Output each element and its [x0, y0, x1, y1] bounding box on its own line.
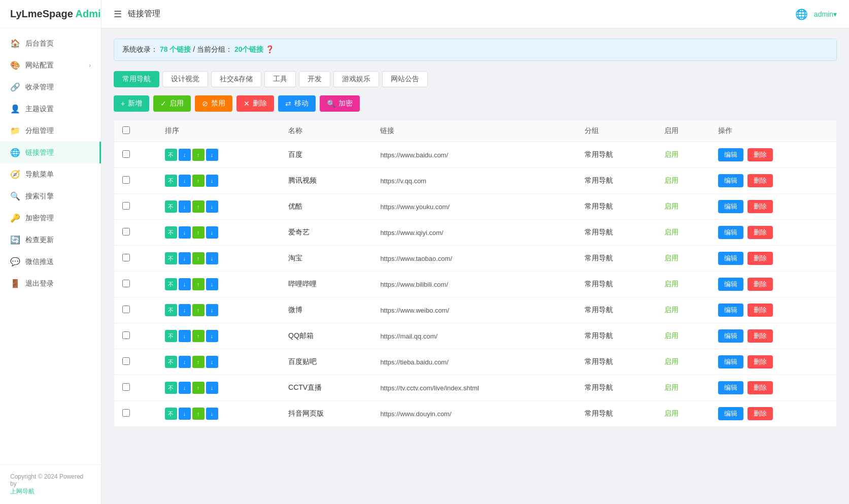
row-checkbox-8[interactable] — [122, 357, 130, 365]
help-icon[interactable]: ❓ — [265, 45, 274, 53]
tab-announce[interactable]: 网站公告 — [382, 71, 428, 87]
sort-down-3[interactable]: ↓ — [179, 226, 191, 239]
tab-tools[interactable]: 工具 — [264, 71, 296, 87]
action-disable[interactable]: ⊘禁用 — [195, 95, 232, 112]
row-checkbox-3[interactable] — [122, 228, 130, 236]
sort-down-0[interactable]: ↓ — [179, 149, 191, 161]
edit-button-9[interactable]: 编辑 — [718, 381, 743, 394]
sidebar-item-group[interactable]: 📁 分组管理 — [0, 120, 101, 142]
sidebar-item-home[interactable]: 🏠 后台首页 — [0, 32, 101, 54]
edit-button-3[interactable]: 编辑 — [718, 226, 743, 239]
sort-up-6[interactable]: ↑ — [192, 304, 205, 316]
row-checkbox-6[interactable] — [122, 306, 130, 313]
action-encrypt[interactable]: 🔍加密 — [320, 95, 360, 112]
row-checkbox-9[interactable] — [122, 383, 130, 391]
delete-button-0[interactable]: 删除 — [748, 148, 773, 161]
sort-down-7[interactable]: ↓ — [179, 330, 191, 342]
sidebar-item-update[interactable]: 🔄 检查更新 — [0, 229, 101, 251]
row-checkbox-0[interactable] — [122, 150, 130, 158]
action-move[interactable]: ⇄移动 — [278, 95, 316, 112]
sidebar-item-wechat[interactable]: 💬 微信推送 — [0, 251, 101, 273]
row-checkbox-7[interactable] — [122, 331, 130, 339]
sort-top-5[interactable]: 不 — [165, 278, 177, 290]
delete-button-1[interactable]: 删除 — [748, 174, 773, 187]
sidebar-item-logout[interactable]: 🚪 退出登录 — [0, 273, 101, 294]
sort-up-5[interactable]: ↑ — [192, 278, 205, 290]
globe-icon[interactable]: 🌐 — [795, 8, 808, 20]
tab-dev[interactable]: 开发 — [299, 71, 330, 87]
sort-down-9[interactable]: ↓ — [179, 382, 191, 394]
sort-bottom-8[interactable]: ↓ — [206, 356, 218, 368]
sidebar-item-link[interactable]: 🌐 链接管理 — [0, 142, 101, 163]
edit-button-4[interactable]: 编辑 — [718, 252, 743, 265]
sort-bottom-1[interactable]: ↓ — [206, 175, 218, 187]
sort-down-2[interactable]: ↓ — [179, 200, 191, 213]
sort-up-4[interactable]: ↑ — [192, 252, 205, 264]
sort-bottom-6[interactable]: ↓ — [206, 304, 218, 316]
sort-up-10[interactable]: ↑ — [192, 408, 205, 420]
sort-top-7[interactable]: 不 — [165, 330, 177, 342]
sort-up-8[interactable]: ↑ — [192, 356, 205, 368]
sort-top-3[interactable]: 不 — [165, 226, 177, 239]
sort-top-9[interactable]: 不 — [165, 382, 177, 394]
action-delete[interactable]: ✕删除 — [236, 95, 274, 112]
sort-bottom-3[interactable]: ↓ — [206, 226, 218, 239]
delete-button-9[interactable]: 删除 — [748, 381, 773, 394]
edit-button-6[interactable]: 编辑 — [718, 304, 743, 317]
menu-icon[interactable]: ☰ — [114, 9, 122, 20]
tab-game[interactable]: 游戏娱乐 — [333, 71, 379, 87]
sort-up-2[interactable]: ↑ — [192, 200, 205, 213]
row-checkbox-5[interactable] — [122, 280, 130, 287]
sidebar-item-search[interactable]: 🔍 搜索引擎 — [0, 185, 101, 207]
row-checkbox-2[interactable] — [122, 202, 130, 210]
sort-top-6[interactable]: 不 — [165, 304, 177, 316]
sort-down-4[interactable]: ↓ — [179, 252, 191, 264]
row-checkbox-10[interactable] — [122, 409, 130, 417]
sort-up-0[interactable]: ↑ — [192, 149, 205, 161]
sort-bottom-10[interactable]: ↓ — [206, 408, 218, 420]
sidebar-item-nav-menu[interactable]: 🧭 导航菜单 — [0, 163, 101, 185]
sort-bottom-4[interactable]: ↓ — [206, 252, 218, 264]
footer-link[interactable]: 上网导航 — [10, 488, 35, 495]
sort-top-0[interactable]: 不 — [165, 149, 177, 161]
sidebar-item-theme[interactable]: 👤 主题设置 — [0, 98, 101, 120]
row-checkbox-4[interactable] — [122, 254, 130, 261]
sort-bottom-7[interactable]: ↓ — [206, 330, 218, 342]
sort-bottom-0[interactable]: ↓ — [206, 149, 218, 161]
tab-design[interactable]: 设计视觉 — [162, 71, 208, 87]
edit-button-0[interactable]: 编辑 — [718, 148, 743, 161]
sort-down-1[interactable]: ↓ — [179, 175, 191, 187]
sort-top-8[interactable]: 不 — [165, 356, 177, 368]
row-checkbox-1[interactable] — [122, 176, 130, 184]
delete-button-6[interactable]: 删除 — [748, 304, 773, 317]
sort-up-1[interactable]: ↑ — [192, 175, 205, 187]
edit-button-1[interactable]: 编辑 — [718, 174, 743, 187]
sort-up-7[interactable]: ↑ — [192, 330, 205, 342]
sidebar-item-encrypt[interactable]: 🔑 加密管理 — [0, 207, 101, 229]
admin-menu[interactable]: admin▾ — [814, 10, 837, 18]
edit-button-2[interactable]: 编辑 — [718, 200, 743, 213]
sort-bottom-5[interactable]: ↓ — [206, 278, 218, 290]
sort-top-10[interactable]: 不 — [165, 408, 177, 420]
delete-button-8[interactable]: 删除 — [748, 355, 773, 368]
sort-bottom-9[interactable]: ↓ — [206, 382, 218, 394]
delete-button-2[interactable]: 删除 — [748, 200, 773, 213]
sidebar-item-site-config[interactable]: 🎨 网站配置 › — [0, 54, 101, 76]
delete-button-10[interactable]: 删除 — [748, 407, 773, 420]
action-add[interactable]: +新增 — [114, 95, 149, 112]
delete-button-3[interactable]: 删除 — [748, 226, 773, 239]
sort-top-1[interactable]: 不 — [165, 175, 177, 187]
sort-up-9[interactable]: ↑ — [192, 382, 205, 394]
sort-down-8[interactable]: ↓ — [179, 356, 191, 368]
delete-button-5[interactable]: 删除 — [748, 278, 773, 291]
tab-social[interactable]: 社交&存储 — [211, 71, 261, 87]
delete-button-4[interactable]: 删除 — [748, 252, 773, 265]
action-enable[interactable]: ✓启用 — [153, 95, 191, 112]
sidebar-item-collect[interactable]: 🔗 收录管理 — [0, 76, 101, 98]
edit-button-10[interactable]: 编辑 — [718, 407, 743, 420]
sort-down-6[interactable]: ↓ — [179, 304, 191, 316]
sort-top-2[interactable]: 不 — [165, 200, 177, 213]
select-all-checkbox[interactable] — [122, 126, 130, 134]
delete-button-7[interactable]: 删除 — [748, 329, 773, 343]
tab-nav[interactable]: 常用导航 — [114, 71, 159, 87]
